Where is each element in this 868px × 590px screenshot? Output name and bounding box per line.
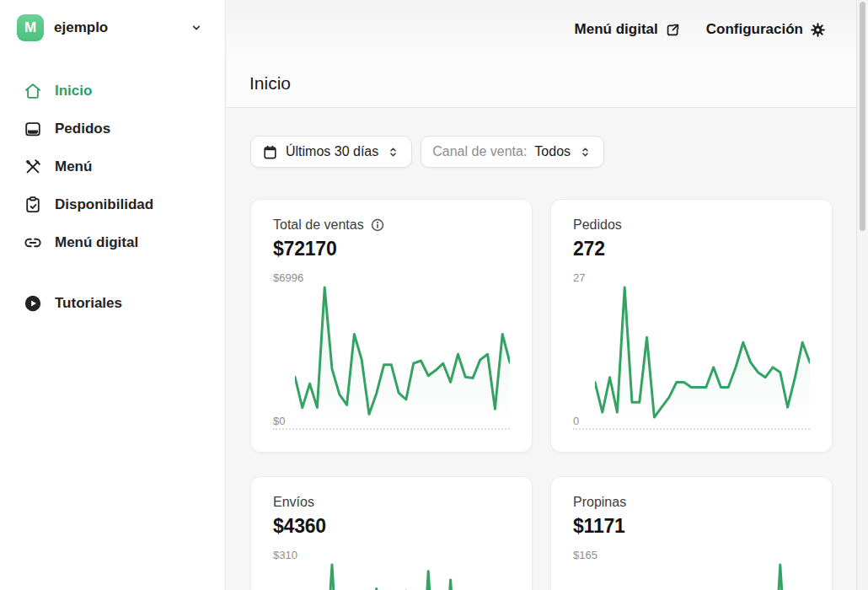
stats-grid: Total de ventas $72170 $6996 $0 — [250, 199, 833, 590]
up-down-chevrons-icon — [386, 145, 400, 159]
filters-row: Últimos 30 días Canal de venta: Todos — [250, 136, 833, 168]
scrollbar-thumb[interactable] — [860, 2, 865, 231]
app-window: M ejemplo Inicio Pedidos — [0, 0, 868, 590]
card-value: $72170 — [273, 238, 510, 260]
sidebar-nav: Inicio Pedidos Menú Disponibilidad — [0, 72, 225, 322]
card-title: Total de ventas — [273, 217, 364, 233]
configuracion-link-label: Configuración — [706, 21, 803, 38]
sparkline-chart: 0 — [573, 286, 810, 424]
card-value: $1171 — [573, 515, 810, 538]
gear-icon — [810, 22, 826, 38]
card-title: Pedidos — [573, 217, 622, 233]
y-axis-min-label: 0 — [573, 415, 579, 427]
sparkline-svg — [595, 563, 810, 590]
workspace-logo: M — [17, 14, 44, 41]
content: Últimos 30 días Canal de venta: Todos — [227, 108, 856, 590]
sidebar-item-pedidos[interactable]: Pedidos — [0, 110, 225, 148]
sidebar-item-disponibilidad[interactable]: Disponibilidad — [0, 185, 225, 223]
sparkline-svg — [295, 563, 510, 590]
card-envios: Envíos $4360 $310 — [250, 476, 533, 590]
sidebar-item-label: Inicio — [55, 83, 92, 99]
card-pedidos: Pedidos 272 27 0 — [550, 199, 833, 453]
sidebar-item-label: Tutoriales — [55, 295, 122, 312]
menu-digital-link-label: Menú digital — [575, 21, 658, 38]
sidebar-item-label: Menú digital — [55, 234, 138, 251]
link-icon — [24, 233, 42, 252]
channel-value: Todos — [534, 144, 571, 159]
sparkline-chart — [273, 563, 510, 590]
up-down-chevrons-icon — [578, 145, 592, 159]
card-value: $4360 — [273, 515, 510, 538]
cutlery-icon — [24, 158, 42, 176]
play-circle-icon — [24, 294, 42, 313]
clipboard-check-icon — [24, 196, 42, 214]
x-axis-rule — [573, 428, 810, 430]
y-axis-max-label: $165 — [573, 549, 810, 561]
sidebar-secondary-nav: Tutoriales — [0, 284, 225, 322]
external-link-icon — [665, 22, 681, 38]
home-icon — [24, 82, 42, 100]
x-axis-rule — [273, 428, 510, 430]
scrollbar[interactable] — [856, 0, 868, 590]
menu-digital-link[interactable]: Menú digital — [575, 21, 681, 38]
calendar-icon — [262, 144, 278, 160]
card-value: 272 — [573, 238, 810, 260]
chevron-down-icon — [190, 21, 203, 35]
date-range-value: Últimos 30 días — [286, 144, 378, 159]
sidebar-item-label: Disponibilidad — [55, 196, 153, 213]
sparkline-svg — [295, 286, 510, 424]
card-propinas: Propinas $1171 $165 — [550, 476, 833, 590]
sidebar-item-label: Menú — [55, 158, 92, 175]
y-axis-max-label: $6996 — [273, 271, 510, 284]
y-axis-max-label: $310 — [273, 549, 510, 561]
sparkline-chart — [573, 563, 810, 590]
sparkline-chart: $0 — [273, 286, 510, 424]
sidebar-item-menu-digital[interactable]: Menú digital — [0, 223, 225, 261]
y-axis-min-label: $0 — [273, 415, 285, 427]
info-icon[interactable] — [370, 217, 385, 233]
channel-label: Canal de venta: — [432, 144, 527, 159]
channel-select[interactable]: Canal de venta: Todos — [421, 136, 604, 168]
main-area: Menú digital Configuración — [227, 0, 856, 590]
card-title: Propinas — [573, 495, 626, 510]
page-header: Inicio — [227, 59, 856, 108]
sidebar-item-label: Pedidos — [55, 121, 110, 137]
date-range-select[interactable]: Últimos 30 días — [250, 136, 412, 168]
card-title: Envíos — [273, 495, 314, 510]
orders-tray-icon — [24, 120, 42, 138]
sparkline-svg — [595, 286, 810, 424]
sidebar-item-tutoriales[interactable]: Tutoriales — [0, 284, 225, 322]
sidebar: M ejemplo Inicio Pedidos — [0, 0, 226, 590]
card-total-de-ventas: Total de ventas $72170 $6996 $0 — [250, 199, 533, 453]
configuracion-link[interactable]: Configuración — [706, 21, 826, 38]
topbar: Menú digital Configuración — [227, 0, 856, 59]
sidebar-item-inicio[interactable]: Inicio — [0, 72, 225, 110]
workspace-switcher[interactable]: M ejemplo — [0, 0, 225, 53]
y-axis-max-label: 27 — [573, 271, 810, 284]
workspace-name: ejemplo — [54, 19, 108, 36]
sidebar-item-menu[interactable]: Menú — [0, 148, 225, 185]
page-title: Inicio — [249, 73, 291, 94]
